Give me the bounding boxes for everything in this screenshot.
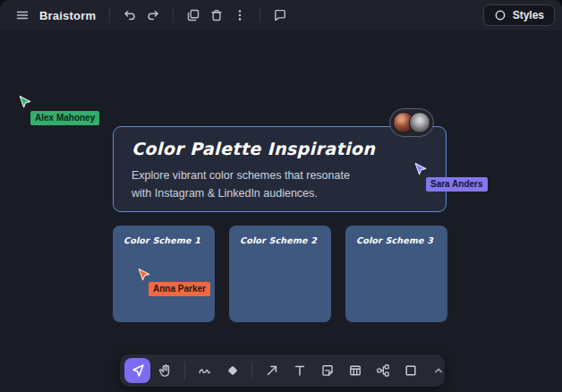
color-scheme-card-2[interactable]: Color Scheme 2	[229, 226, 331, 322]
table-tool-button[interactable]	[342, 358, 368, 383]
undo-icon	[122, 7, 138, 23]
color-scheme-card-3[interactable]: Color Scheme 3	[345, 226, 447, 322]
color-scheme-card-1[interactable]: Color Scheme 1	[113, 226, 215, 322]
chevron-up-icon	[431, 363, 446, 378]
table-icon	[347, 362, 363, 379]
anna-cursor-icon	[137, 268, 151, 282]
redo-icon	[145, 7, 161, 23]
more-options-button[interactable]	[228, 4, 251, 27]
divider	[109, 8, 110, 22]
menu-button[interactable]	[11, 4, 34, 27]
circle-icon	[494, 9, 507, 21]
hand-tool-button[interactable]	[152, 358, 178, 383]
collaborator-avatars[interactable]	[389, 108, 434, 137]
divider	[184, 362, 185, 379]
divider	[251, 362, 252, 379]
expand-dock-button[interactable]	[425, 358, 451, 383]
title-card-heading: Color Palette Inspiration	[132, 139, 428, 158]
scribble-pen-icon	[197, 362, 213, 379]
eraser-icon	[225, 362, 241, 379]
styles-button-label: Styles	[513, 9, 544, 21]
arrow-icon	[264, 362, 280, 379]
flowchart-tool-button[interactable]	[370, 358, 396, 383]
text-icon	[292, 362, 308, 379]
scheme-card-title: Color Scheme 3	[356, 235, 437, 245]
app-title: Braistorm	[39, 9, 96, 22]
redo-button[interactable]	[141, 4, 165, 27]
sticky-note-tool-button[interactable]	[314, 358, 340, 383]
comment-icon	[272, 7, 288, 23]
divider	[173, 8, 174, 22]
undo-button[interactable]	[118, 4, 141, 27]
duplicate-icon	[185, 7, 201, 23]
sticky-note-icon	[319, 362, 336, 379]
comment-button[interactable]	[268, 4, 292, 27]
square-shape-icon	[403, 362, 419, 379]
shape-tool-button[interactable]	[397, 358, 423, 383]
text-tool-button[interactable]	[286, 358, 312, 383]
sara-cursor-label: Sara Anders	[426, 177, 488, 192]
alex-cursor-label: Alex Mahoney	[30, 111, 99, 125]
styles-button[interactable]: Styles	[483, 4, 555, 26]
hand-icon	[158, 362, 174, 379]
select-tool-button[interactable]	[124, 358, 150, 383]
trash-icon	[209, 7, 225, 23]
delete-button[interactable]	[205, 4, 228, 27]
draw-tool-button[interactable]	[192, 358, 217, 383]
scheme-card-title: Color Scheme 2	[240, 235, 320, 245]
male-avatar	[409, 112, 430, 133]
arrow-tool-button[interactable]	[259, 358, 285, 383]
divider	[260, 8, 260, 22]
menu-icon	[14, 7, 30, 23]
title-card-description: Explore vibrant color schemes that reson…	[132, 166, 370, 202]
duplicate-button[interactable]	[182, 4, 205, 27]
alex-cursor-icon	[18, 95, 32, 109]
sara-cursor-icon	[413, 162, 428, 176]
scheme-card-title: Color Scheme 1	[123, 235, 204, 245]
title-card[interactable]: Color Palette Inspiration Explore vibran…	[113, 126, 447, 212]
whiteboard-app: Braistorm	[0, 0, 562, 392]
flowchart-icon	[375, 362, 391, 379]
eraser-tool-button[interactable]	[219, 358, 245, 383]
select-cursor-icon	[130, 362, 146, 379]
kebab-icon	[232, 7, 248, 23]
top-toolbar: Braistorm	[0, 0, 562, 30]
anna-cursor-label: Anna Parker	[149, 282, 210, 296]
tool-dock	[120, 354, 445, 387]
